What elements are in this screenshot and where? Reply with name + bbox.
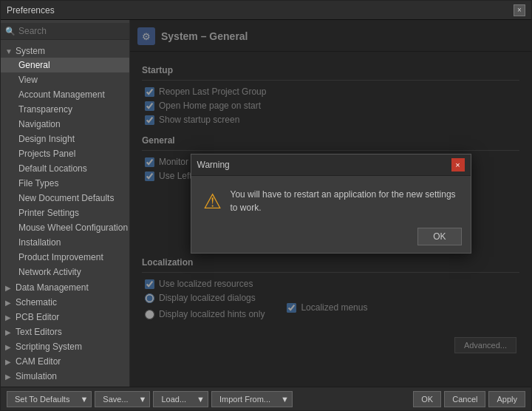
search-icon: 🔍 bbox=[5, 27, 16, 36]
sidebar-label-data-management: Data Management bbox=[16, 282, 89, 293]
import-dropdown[interactable]: ▼ bbox=[278, 391, 293, 407]
sidebar: 🔍 ▼ System General View Account Manageme… bbox=[1, 20, 130, 387]
search-box: 🔍 bbox=[1, 23, 129, 40]
sidebar-item-product-improvement[interactable]: Product Improvement bbox=[1, 250, 129, 265]
window-title: Preferences bbox=[7, 5, 55, 16]
preferences-window: Preferences × 🔍 ▼ System General View Ac… bbox=[0, 0, 532, 411]
search-input[interactable] bbox=[18, 26, 125, 36]
sidebar-item-simulation[interactable]: ▶ Simulation bbox=[1, 368, 129, 383]
sidebar-item-system[interactable]: ▼ System bbox=[1, 43, 129, 58]
sidebar-item-scripting-system[interactable]: ▶ Scripting System bbox=[1, 339, 129, 353]
sidebar-label-text-editors: Text Editors bbox=[16, 327, 62, 337]
sidebar-item-cam-editor[interactable]: ▶ CAM Editor bbox=[1, 353, 129, 368]
cancel-button[interactable]: Cancel bbox=[444, 391, 485, 407]
set-to-defaults-group: Set To Defaults ▼ bbox=[7, 391, 92, 407]
load-button[interactable]: Load... bbox=[153, 391, 194, 407]
title-bar: Preferences × bbox=[1, 1, 531, 20]
sidebar-item-design-insight[interactable]: Design Insight bbox=[1, 132, 129, 146]
sidebar-item-projects-panel[interactable]: Projects Panel bbox=[1, 146, 129, 161]
sidebar-item-account-management[interactable]: Account Management bbox=[1, 87, 129, 102]
expand-arrow-pcb-editor: ▶ bbox=[5, 313, 13, 322]
warning-icon: ⚠ bbox=[203, 189, 222, 214]
sidebar-item-transparency[interactable]: Transparency bbox=[1, 102, 129, 117]
sidebar-item-installation[interactable]: Installation bbox=[1, 235, 129, 250]
load-group: Load... ▼ bbox=[153, 391, 208, 407]
sidebar-label-pcb-editor: PCB Editor bbox=[16, 312, 59, 322]
main-area: 🔍 ▼ System General View Account Manageme… bbox=[1, 20, 531, 387]
content-area: ⚙ System – General Startup Reopen Last P… bbox=[130, 20, 531, 387]
sidebar-item-default-locations[interactable]: Default Locations bbox=[1, 161, 129, 176]
sidebar-label-system: System bbox=[16, 46, 45, 56]
sidebar-item-printer-settings[interactable]: Printer Settings bbox=[1, 206, 129, 220]
expand-arrow-text-editors: ▶ bbox=[5, 328, 13, 336]
dialog-close-button[interactable]: × bbox=[451, 158, 465, 171]
dialog-message: You will have to restart an application … bbox=[231, 188, 459, 214]
sidebar-item-new-document-defaults[interactable]: New Document Defaults bbox=[1, 191, 129, 206]
expand-arrow-simulation: ▶ bbox=[5, 373, 13, 381]
dialog-body: ⚠ You will have to restart an applicatio… bbox=[191, 176, 471, 223]
sidebar-item-data-management[interactable]: ▶ Data Management bbox=[1, 279, 129, 294]
expand-arrow-data-management: ▶ bbox=[5, 284, 13, 292]
sidebar-item-pcb-editor[interactable]: ▶ PCB Editor bbox=[1, 309, 129, 324]
sidebar-item-schematic[interactable]: ▶ Schematic bbox=[1, 294, 129, 309]
expand-arrow-system: ▼ bbox=[5, 47, 13, 55]
set-to-defaults-dropdown[interactable]: ▼ bbox=[77, 391, 92, 407]
sidebar-item-text-editors[interactable]: ▶ Text Editors bbox=[1, 324, 129, 339]
save-button[interactable]: Save... bbox=[95, 391, 135, 407]
load-dropdown[interactable]: ▼ bbox=[194, 391, 208, 407]
dialog-ok-button[interactable]: OK bbox=[417, 228, 461, 245]
bottom-bar: Set To Defaults ▼ Save... ▼ Load... ▼ Im… bbox=[1, 387, 531, 410]
warning-dialog-overlay: Warning × ⚠ You will have to restart an … bbox=[130, 20, 531, 387]
expand-arrow-schematic: ▶ bbox=[5, 299, 13, 307]
expand-arrow-scripting: ▶ bbox=[5, 343, 13, 351]
set-to-defaults-button[interactable]: Set To Defaults bbox=[7, 391, 77, 407]
dialog-footer: OK bbox=[191, 223, 471, 253]
dialog-title: Warning bbox=[197, 160, 230, 170]
ok-button[interactable]: OK bbox=[413, 391, 441, 407]
import-from-button[interactable]: Import From... bbox=[211, 391, 278, 407]
apply-button[interactable]: Apply bbox=[488, 391, 525, 407]
window-close-button[interactable]: × bbox=[514, 4, 525, 16]
save-dropdown[interactable]: ▼ bbox=[136, 391, 151, 407]
warning-dialog: Warning × ⚠ You will have to restart an … bbox=[191, 154, 471, 254]
save-group: Save... ▼ bbox=[95, 391, 150, 407]
sidebar-item-navigation[interactable]: Navigation bbox=[1, 117, 129, 132]
sidebar-item-mouse-wheel[interactable]: Mouse Wheel Configuration bbox=[1, 220, 129, 235]
sidebar-label-schematic: Schematic bbox=[16, 297, 57, 308]
sidebar-item-file-types[interactable]: File Types bbox=[1, 176, 129, 191]
dialog-title-bar: Warning × bbox=[191, 154, 471, 176]
expand-arrow-cam: ▶ bbox=[5, 358, 13, 366]
sidebar-item-view[interactable]: View bbox=[1, 72, 129, 87]
sidebar-item-general[interactable]: General bbox=[1, 58, 129, 72]
sidebar-label-cam: CAM Editor bbox=[16, 356, 61, 367]
import-group: Import From... ▼ bbox=[211, 391, 293, 407]
sidebar-label-simulation: Simulation bbox=[16, 371, 57, 381]
sidebar-item-network-activity[interactable]: Network Activity bbox=[1, 265, 129, 279]
sidebar-label-scripting: Scripting System bbox=[16, 342, 82, 352]
